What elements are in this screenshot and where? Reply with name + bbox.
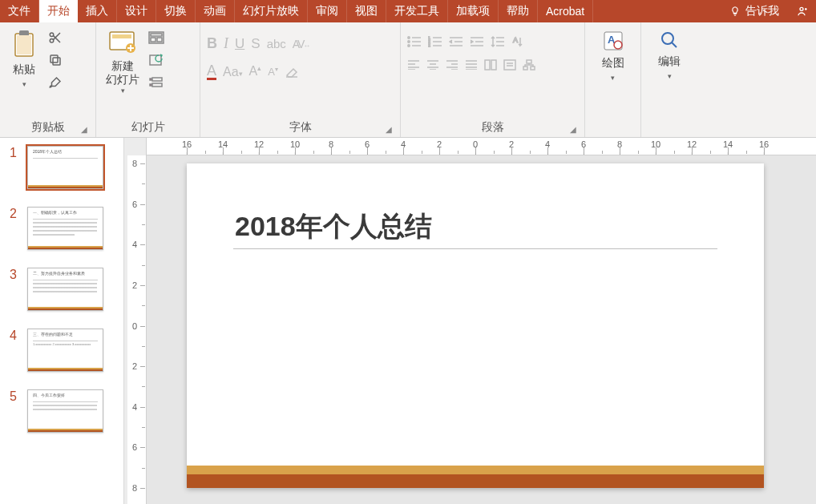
svg-rect-27	[504, 60, 515, 70]
group-paragraph-label: 段落	[482, 120, 504, 135]
share-icon	[795, 5, 808, 18]
increase-indent-button[interactable]	[470, 36, 484, 47]
align-center-button[interactable]	[426, 60, 439, 70]
tab-help[interactable]: 帮助	[499, 0, 538, 22]
tab-view[interactable]: 视图	[347, 0, 386, 22]
svg-rect-13	[151, 38, 156, 42]
bullets-icon	[407, 36, 422, 47]
paste-button[interactable]: 粘贴▾	[6, 27, 42, 91]
line-spacing-button[interactable]	[491, 35, 505, 48]
svg-point-20	[408, 37, 410, 38]
tab-developer[interactable]: 开发工具	[386, 0, 448, 22]
group-clipboard-label: 剪贴板	[31, 120, 65, 135]
clipboard-launcher[interactable]: ◢	[81, 125, 87, 134]
paste-label: 粘贴	[13, 62, 35, 75]
decrease-indent-button[interactable]	[449, 36, 463, 47]
section-icon	[149, 76, 164, 89]
grow-font-button[interactable]: A▴	[249, 64, 262, 79]
font-launcher[interactable]: ◢	[386, 125, 392, 134]
tab-file[interactable]: 文件	[0, 0, 39, 22]
italic-button[interactable]: I	[224, 35, 228, 52]
text-direction-button[interactable]: A	[511, 35, 524, 48]
thumb-item-3[interactable]: 3二、努力提升自身业务和素质xxxxxxxxxxxxxxxxxxxxxxxxxx…	[10, 268, 115, 311]
columns-icon	[484, 59, 497, 71]
slide-editor[interactable]: 1614121086420246810121416 864202468 2018…	[124, 138, 816, 504]
slide-thumbnails-panel[interactable]: 12018年个人总结2一、明确职责，认真工作xxxxxxxxxxxxxxxxxx…	[0, 138, 124, 504]
slide-canvas[interactable]: 2018年个人总结	[187, 163, 764, 488]
valign-icon	[503, 59, 516, 71]
search-icon	[658, 29, 681, 51]
align-right-icon	[446, 60, 458, 70]
tellme-search[interactable]: 告诉我	[721, 0, 787, 22]
shrink-font-button[interactable]: A▾	[268, 66, 278, 78]
tab-acrobat[interactable]: Acrobat	[538, 0, 593, 22]
tab-review[interactable]: 审阅	[308, 0, 347, 22]
thumb-preview[interactable]: 四、今后工作安排xxxxxxxxxxxxxxxxxxxxxxxxxxxxxxxx…	[27, 389, 103, 433]
char-spacing-button[interactable]: AV↔	[293, 38, 309, 50]
underline-button[interactable]: U	[235, 36, 244, 52]
align-left-button[interactable]	[407, 60, 420, 70]
format-painter-button[interactable]	[46, 74, 64, 91]
numbering-button[interactable]: 123	[428, 36, 442, 47]
horizontal-ruler[interactable]: 1614121086420246810121416	[147, 138, 816, 155]
thumb-preview[interactable]: 2018年个人总结	[27, 146, 103, 189]
thumb-preview[interactable]: 三、存在的问题和不足1.xxxxxxxxxx 2.xxxxxxxxxx 3.xx…	[27, 329, 103, 372]
tab-design[interactable]: 设计	[117, 0, 156, 22]
strike-button[interactable]: abc	[267, 37, 286, 50]
paste-icon	[10, 29, 38, 59]
svg-rect-29	[523, 67, 527, 70]
menu-tabstrip: 文件 开始 插入 设计 切换 动画 幻灯片放映 审阅 视图 开发工具 加载项 帮…	[0, 0, 816, 22]
bullets-button[interactable]	[407, 36, 422, 47]
slide-bottom-stripe	[187, 466, 764, 488]
new-slide-button[interactable]: 新建 幻灯片 ▾	[103, 27, 143, 96]
tab-insert[interactable]: 插入	[78, 0, 117, 22]
slide-layout-button[interactable]	[147, 29, 165, 46]
indent-icon	[470, 36, 484, 47]
thumb-item-2[interactable]: 2一、明确职责，认真工作xxxxxxxxxxxxxxxxxxxxxxxxxxxx…	[10, 207, 115, 250]
shadow-button[interactable]: S	[251, 36, 260, 52]
clear-format-button[interactable]	[285, 66, 299, 79]
tab-home[interactable]: 开始	[39, 0, 78, 22]
new-slide-icon	[107, 29, 138, 56]
align-right-button[interactable]	[446, 60, 458, 70]
bold-button[interactable]: B	[207, 35, 217, 52]
editing-button[interactable]: 编辑▾	[652, 27, 687, 83]
slide-section-button[interactable]	[147, 74, 165, 91]
slide-reset-button[interactable]	[147, 51, 165, 69]
thumb-preview[interactable]: 二、努力提升自身业务和素质xxxxxxxxxxxxxxxxxxxxxxxxxxx…	[27, 268, 103, 311]
line-spacing-icon	[491, 35, 505, 48]
thumb-preview[interactable]: 一、明确职责，认真工作xxxxxxxxxxxxxxxxxxxxxxxxxxxxx…	[27, 207, 103, 250]
svg-rect-12	[151, 34, 162, 36]
vertical-ruler[interactable]: 864202468	[127, 155, 147, 504]
numbering-icon: 123	[428, 36, 442, 47]
paragraph-launcher[interactable]: ◢	[570, 125, 576, 134]
slide-title[interactable]: 2018年个人总结	[235, 208, 432, 245]
tab-addins[interactable]: 加载项	[448, 0, 499, 22]
font-color-button[interactable]: A	[207, 63, 216, 80]
svg-rect-2	[19, 30, 29, 36]
tab-slideshow[interactable]: 幻灯片放映	[235, 0, 308, 22]
cut-button[interactable]	[46, 29, 64, 46]
thumb-item-1[interactable]: 12018年个人总结	[10, 146, 115, 189]
justify-button[interactable]	[465, 60, 478, 70]
copy-button[interactable]	[46, 51, 64, 69]
drawing-button[interactable]: A 绘图▾	[596, 27, 631, 85]
change-case-button[interactable]: Aa▾	[223, 65, 243, 79]
tab-transitions[interactable]: 切换	[156, 0, 196, 22]
columns-button[interactable]	[484, 59, 497, 71]
outdent-icon	[449, 36, 463, 47]
svg-rect-17	[152, 83, 162, 87]
svg-rect-3	[17, 35, 31, 54]
share-button[interactable]	[787, 0, 816, 22]
workspace: 12018年个人总结2一、明确职责，认真工作xxxxxxxxxxxxxxxxxx…	[0, 138, 816, 504]
slide-title-underline	[233, 248, 717, 249]
align-text-button[interactable]	[503, 59, 516, 71]
thumb-item-4[interactable]: 4三、存在的问题和不足1.xxxxxxxxxx 2.xxxxxxxxxx 3.x…	[10, 329, 115, 372]
tab-animations[interactable]: 动画	[196, 0, 235, 22]
brush-icon	[48, 75, 63, 90]
scissors-icon	[48, 30, 63, 45]
svg-rect-7	[50, 55, 58, 62]
svg-point-34	[662, 33, 673, 44]
thumb-item-5[interactable]: 5四、今后工作安排xxxxxxxxxxxxxxxxxxxxxxxxxxxxxxx…	[10, 389, 115, 433]
smartart-button[interactable]	[523, 59, 535, 71]
